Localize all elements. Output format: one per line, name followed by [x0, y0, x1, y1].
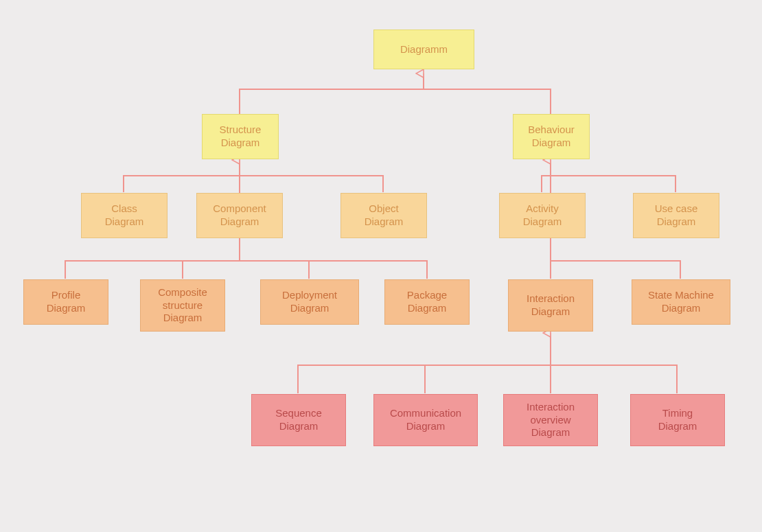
- node-package-diagram: PackageDiagram: [384, 279, 470, 325]
- node-behaviour-diagram: BehaviourDiagram: [513, 114, 590, 159]
- node-interaction-overview: InteractionoverviewDiagram: [503, 394, 598, 446]
- node-profile-diagram: ProfileDiagram: [23, 279, 108, 325]
- connector-lines: [0, 0, 762, 532]
- node-object-diagram: ObjectDiagram: [340, 193, 427, 238]
- node-sequence-diagram: SequenceDiagram: [251, 394, 346, 446]
- node-statemachine-diagram: State MachineDiagram: [632, 279, 730, 325]
- node-diagramm: Diagramm: [373, 30, 474, 69]
- node-component-diagram: ComponentDiagram: [196, 193, 283, 238]
- node-usecase-diagram: Use caseDiagram: [633, 193, 719, 238]
- node-composite-diagram: CompositestructureDiagram: [140, 279, 225, 332]
- node-class-diagram: ClassDiagram: [81, 193, 168, 238]
- node-deployment-diagram: DeploymentDiagram: [260, 279, 359, 325]
- node-structure-diagram: StructureDiagram: [202, 114, 279, 159]
- node-timing-diagram: TimingDiagram: [630, 394, 725, 446]
- node-interaction-diagram: InteractionDiagram: [508, 279, 593, 332]
- node-activity-diagram: ActivityDiagram: [499, 193, 586, 238]
- node-communication-diagram: CommunicationDiagram: [373, 394, 478, 446]
